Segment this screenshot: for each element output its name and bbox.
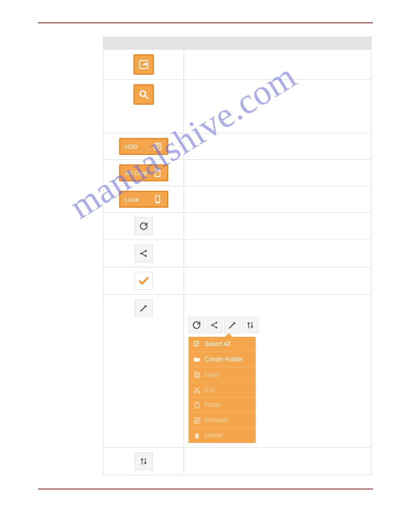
col-header-icon [103, 37, 184, 50]
menu-copy[interactable]: Copy [188, 367, 256, 382]
share-icon[interactable] [135, 245, 153, 262]
menu-cut[interactable]: Cut [188, 382, 256, 397]
menu-label: Paste [205, 400, 221, 410]
table-row: SD Card [103, 160, 372, 186]
menu-create-folder[interactable]: + Create Folder [188, 352, 256, 367]
menu-label: Copy [205, 370, 219, 379]
desc-cell [184, 448, 372, 475]
desc-cell [184, 186, 372, 213]
sort-icon[interactable] [135, 452, 153, 470]
svg-rect-24 [194, 372, 198, 376]
search-icon [133, 84, 154, 105]
menu-label: Create Folder [205, 355, 243, 364]
desc-cell [184, 240, 372, 267]
toolbar-refresh-icon[interactable] [188, 317, 205, 333]
table-row [103, 80, 372, 133]
svg-line-14 [142, 251, 145, 253]
local-button[interactable]: Local [119, 191, 168, 208]
svg-point-10 [157, 202, 158, 202]
hdd-icon [153, 142, 163, 151]
paste-icon [193, 401, 201, 409]
desc-cell [184, 80, 372, 133]
menu-label: Cut [205, 385, 214, 395]
rename-icon [193, 416, 201, 425]
menu-delete[interactable]: Delete [188, 428, 256, 443]
toolbar-sort-icon[interactable] [242, 317, 258, 333]
table-row [103, 267, 372, 295]
table-row: Local [103, 186, 372, 213]
svg-rect-29 [195, 403, 199, 408]
menu-rename[interactable]: Rename [188, 412, 256, 428]
folder-plus-icon: + [193, 356, 201, 364]
svg-line-15 [142, 254, 145, 256]
table-row [103, 213, 372, 240]
table-row: HDD [103, 133, 372, 160]
toolbar-share-icon[interactable] [206, 317, 223, 333]
table-row [103, 50, 372, 80]
menu-paste[interactable]: Paste [188, 397, 256, 412]
svg-point-16 [211, 324, 213, 326]
svg-rect-30 [196, 402, 198, 403]
desc-cell [184, 213, 372, 240]
toolbar-edit-icon[interactable] [224, 317, 240, 333]
check-icon[interactable] [135, 272, 153, 290]
svg-rect-23 [196, 373, 200, 378]
share-out-icon [133, 54, 154, 75]
sdcard-button[interactable]: SD Card [119, 164, 168, 181]
desc-cell [184, 50, 372, 80]
hdd-button[interactable]: HDD [119, 138, 168, 155]
table-row [103, 448, 372, 475]
table-row [103, 240, 372, 267]
menu-label: Select All [205, 339, 231, 349]
svg-point-18 [215, 326, 217, 328]
svg-line-19 [213, 323, 215, 325]
sdcard-icon [153, 168, 163, 178]
svg-line-2 [145, 96, 148, 99]
svg-point-17 [215, 322, 217, 323]
svg-point-5 [157, 146, 158, 146]
menu-select-all[interactable]: Select All [188, 337, 256, 352]
bottom-rule [38, 489, 373, 489]
icon-reference-table: HDD SD Card [103, 37, 372, 475]
col-header-desc [184, 37, 372, 50]
svg-rect-21 [194, 341, 199, 346]
copy-icon [193, 371, 201, 379]
select-all-icon [193, 340, 201, 348]
desc-cell [184, 267, 372, 295]
table-row: Select All + Create Folder [103, 295, 372, 448]
menu-label: Delete [205, 431, 223, 440]
edit-dropdown-menu: Select All + Create Folder [188, 337, 256, 443]
edit-icon[interactable] [135, 299, 153, 317]
desc-cell [184, 133, 372, 160]
svg-line-20 [213, 326, 215, 327]
edit-desc-cell: Select All + Create Folder [184, 295, 372, 448]
phone-icon [153, 194, 163, 204]
sdcard-label: SD Card [125, 170, 147, 176]
refresh-icon[interactable] [135, 217, 153, 235]
cut-icon [193, 386, 201, 394]
desc-cell [184, 160, 372, 186]
trash-icon [193, 432, 201, 440]
edit-toolbar [188, 317, 258, 333]
hdd-label: HDD [125, 143, 137, 150]
svg-rect-32 [196, 433, 198, 434]
local-label: Local [125, 196, 139, 203]
menu-label: Rename [205, 416, 228, 425]
svg-text:+: + [198, 359, 201, 363]
